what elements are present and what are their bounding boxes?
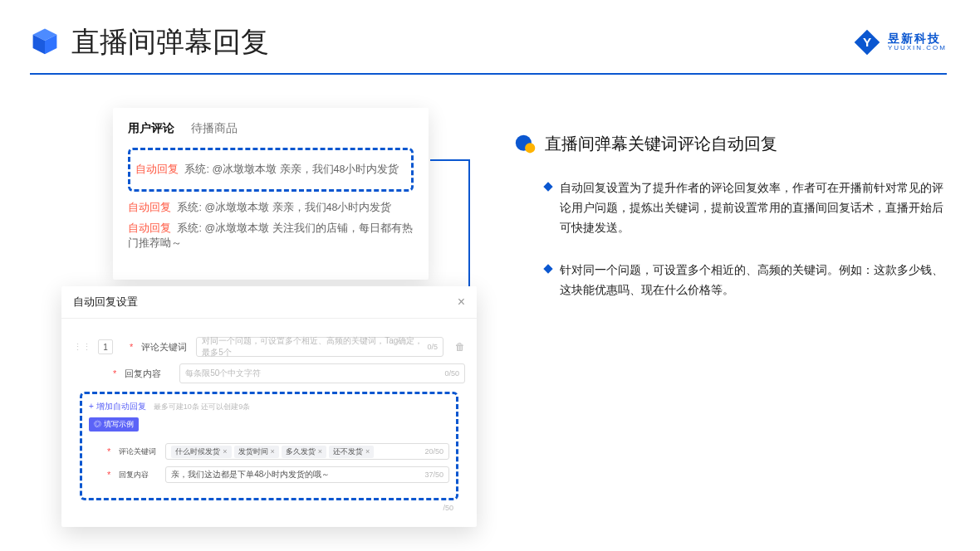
reply-input[interactable]: 每条限50个中文字符 0/50: [179, 363, 465, 383]
svg-text:Y: Y: [863, 35, 871, 49]
highlighted-comment-box: 自动回复 系统: @冰墩墩本墩 亲亲，我们48小时内发货: [128, 148, 414, 192]
brand-name-en: YUUXIN.COM: [888, 45, 947, 52]
tab-user-comments[interactable]: 用户评论: [128, 121, 174, 136]
description-column: 直播间弹幕关键词评论自动回复 自动回复设置为了提升作者的评论回复效率，作者可在开…: [478, 108, 947, 324]
tag-chip[interactable]: 多久发货×: [282, 446, 326, 458]
auto-reply-text: 系统: @冰墩墩本墩 亲亲，我们48小时内发货: [184, 163, 399, 175]
screenshot-column: 用户评论 待播商品 自动回复 系统: @冰墩墩本墩 亲亲，我们48小时内发货 自…: [30, 108, 462, 324]
comment-line: 自动回复 系统: @冰墩墩本墩 亲亲，我们48小时内发货: [128, 200, 414, 216]
settings-card: 自动回复设置 × ⋮⋮ 1 * 评论关键词 对同一个问题，可设置多个相近、高频的…: [61, 286, 477, 527]
add-auto-reply-link[interactable]: + 增加自动回复: [89, 402, 146, 411]
index-box: 1: [98, 339, 113, 354]
brand-logo: Y 昱新科技 YUUXIN.COM: [853, 28, 947, 56]
bullet-text: 自动回复设置为了提升作者的评论回复效率，作者可在开播前针对常见的评论用户问题，提…: [560, 178, 947, 237]
example-chip: ◎ 填写示例: [89, 417, 139, 432]
diamond-bullet-icon: [543, 182, 552, 191]
outer-count: /50: [73, 500, 465, 512]
brand-icon: Y: [853, 28, 881, 56]
example-box: + 增加自动回复 最多可建10条 还可以创建9条 ◎ 填写示例 * 评论关键词 …: [80, 392, 458, 500]
cube-icon: [30, 26, 56, 52]
bullet-text: 针对同一个问题，可设置多个相近的、高频的关键词。例如：这款多少钱、这块能优惠吗、…: [560, 261, 947, 300]
page-title: 直播间弹幕回复: [71, 23, 269, 61]
add-hint: 最多可建10条 还可以创建9条: [154, 402, 251, 411]
settings-row-reply: * 回复内容 每条限50个中文字符 0/50: [73, 363, 465, 383]
bullet-item: 自动回复设置为了提升作者的评论回复效率，作者可在开播前针对常见的评论用户问题，提…: [545, 178, 947, 237]
comments-card: 用户评论 待播商品 自动回复 系统: @冰墩墩本墩 亲亲，我们48小时内发货 自…: [113, 108, 429, 280]
comment-line-highlighted: 自动回复 系统: @冰墩墩本墩 亲亲，我们48小时内发货: [135, 162, 406, 178]
tag-chip[interactable]: 还不发货×: [329, 446, 374, 458]
brand-name-cn: 昱新科技: [888, 32, 947, 45]
connector-line: [430, 159, 470, 161]
close-icon[interactable]: ×: [458, 295, 465, 310]
tag-chip[interactable]: 发货时间×: [234, 446, 279, 458]
example-reply-input[interactable]: 亲，我们这边都是下单48小时内发货的哦～ 37/50: [165, 466, 449, 483]
diamond-bullet-icon: [543, 265, 552, 274]
venn-icon: [515, 134, 537, 155]
trash-icon[interactable]: 🗑: [455, 341, 465, 353]
bullet-item: 针对同一个问题，可设置多个相近的、高频的关键词。例如：这款多少钱、这块能优惠吗、…: [545, 261, 947, 300]
settings-row-keywords: ⋮⋮ 1 * 评论关键词 对同一个问题，可设置多个相近、高频的关键词，Tag确定…: [73, 337, 465, 357]
reply-label: 回复内容: [125, 368, 173, 380]
svg-point-6: [525, 143, 535, 153]
section-title: 直播间弹幕关键词评论自动回复: [545, 133, 777, 155]
tab-pending-goods[interactable]: 待播商品: [191, 121, 238, 136]
keywords-input[interactable]: 对同一个问题，可设置多个相近、高频的关键词，Tag确定，最多5个 0/5: [196, 337, 443, 357]
settings-title: 自动回复设置: [73, 295, 138, 310]
keywords-label: 评论关键词: [141, 341, 189, 354]
example-row-reply: * 回复内容 亲，我们这边都是下单48小时内发货的哦～ 37/50: [89, 466, 449, 483]
tag-chip[interactable]: 什么时候发货×: [171, 446, 231, 458]
example-keywords-input[interactable]: 什么时候发货×发货时间×多久发货×还不发货× 20/50: [165, 443, 449, 460]
example-row-keywords: * 评论关键词 什么时候发货×发货时间×多久发货×还不发货× 20/50: [89, 443, 449, 460]
page-header: 直播间弹幕回复 Y 昱新科技 YUUXIN.COM: [0, 0, 980, 61]
comment-line: 自动回复 系统: @冰墩墩本墩 关注我们的店铺，每日都有热门推荐呦～: [128, 221, 414, 252]
auto-reply-label: 自动回复: [135, 163, 179, 175]
